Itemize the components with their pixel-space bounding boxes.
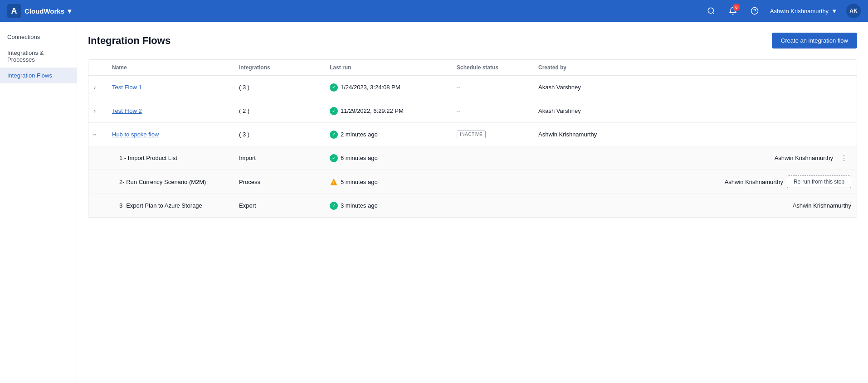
- created-by-cell: Akash Varshney: [533, 102, 857, 120]
- schedule-status-cell: --: [451, 102, 533, 120]
- sidebar-item-integrations-processes[interactable]: Integrations & Processes: [0, 45, 77, 68]
- col-expand: [88, 64, 107, 71]
- col-name: Name: [107, 64, 234, 71]
- created-by-cell: Ashwin Krishnamurthy ⋮: [533, 146, 857, 170]
- last-run-value: 11/29/2022, 6:29:22 PM: [341, 107, 404, 114]
- expand-cell[interactable]: ›: [88, 126, 107, 143]
- table-row: › Hub to spoke flow ( 3 ) ✓ 2 minutes ag…: [88, 123, 857, 146]
- more-options-button[interactable]: ⋮: [837, 152, 851, 164]
- navbar-actions: 6 Ashwin Krishnamurthy ▼ AK: [705, 4, 861, 18]
- expand-icon[interactable]: ›: [94, 108, 96, 114]
- expand-cell: [88, 176, 107, 187]
- table-row: 1 - Import Product List Import ✓ 6 minut…: [88, 146, 857, 170]
- status-success-icon: ✓: [330, 83, 338, 92]
- last-run-cell: ✓ 3 minutes ago: [324, 196, 451, 215]
- col-created-by: Created by: [533, 64, 857, 71]
- created-by-cell: Ashwin Krishnamurthy: [533, 197, 857, 214]
- inactive-badge: INACTIVE: [457, 131, 486, 138]
- brand-name[interactable]: CloudWorks ▼: [24, 7, 73, 15]
- collapse-icon[interactable]: ›: [92, 134, 98, 136]
- last-run-value: 6 minutes ago: [341, 155, 378, 161]
- page-header: Integration Flows Create an integration …: [88, 33, 857, 48]
- name-cell: Test Flow 2: [107, 102, 234, 120]
- schedule-status-cell: [451, 153, 533, 164]
- integrations-cell: Import: [234, 149, 324, 167]
- last-run-cell: ✓ 6 minutes ago: [324, 149, 451, 168]
- user-name: Ashwin Krishnamurthy: [770, 8, 829, 15]
- last-run-cell: ✓ 11/29/2022, 6:29:22 PM: [324, 102, 451, 121]
- expand-cell[interactable]: ›: [88, 79, 107, 96]
- user-dropdown-icon: ▼: [831, 8, 837, 15]
- created-by-cell: Ashwin Krishnamurthy: [533, 126, 857, 143]
- app-logo: A: [7, 4, 21, 18]
- created-by-cell: Akash Varshney: [533, 78, 857, 96]
- integrations-cell: ( 2 ): [234, 102, 324, 120]
- brand-label: CloudWorks: [24, 7, 64, 15]
- integrations-cell: ( 3 ): [234, 78, 324, 96]
- status-success-icon: ✓: [330, 154, 338, 162]
- svg-line-1: [712, 12, 714, 14]
- last-run-value: 1/24/2023, 3:24:08 PM: [341, 84, 400, 91]
- name-cell: Hub to spoke flow: [107, 126, 234, 143]
- create-integration-flow-button[interactable]: Create an integration flow: [772, 33, 857, 48]
- integration-flows-table: Name Integrations Last run Schedule stat…: [88, 59, 857, 218]
- schedule-status-cell: --: [451, 78, 533, 96]
- name-cell: 1 - Import Product List: [107, 149, 234, 167]
- col-schedule-status: Schedule status: [451, 64, 533, 71]
- col-last-run: Last run: [324, 64, 451, 71]
- svg-text:!: !: [333, 181, 335, 185]
- app-layout: Connections Integrations & Processes Int…: [0, 22, 868, 383]
- status-success-icon: ✓: [330, 202, 338, 210]
- last-run-cell: ✓ 2 minutes ago: [324, 125, 451, 144]
- sidebar: Connections Integrations & Processes Int…: [0, 22, 77, 383]
- last-run-value: 3 minutes ago: [341, 202, 378, 209]
- name-cell: 2- Run Currency Scenario (M2M): [107, 173, 234, 191]
- schedule-status-cell: INACTIVE: [451, 125, 533, 144]
- last-run-value: 2 minutes ago: [341, 131, 378, 138]
- sidebar-item-integration-flows[interactable]: Integration Flows: [0, 68, 77, 83]
- main-content: Integration Flows Create an integration …: [77, 22, 868, 383]
- navbar: A CloudWorks ▼ 6 Ashwin Krishnamurthy ▼ …: [0, 0, 868, 22]
- last-run-value: 5 minutes ago: [341, 179, 378, 185]
- search-icon[interactable]: [705, 5, 717, 17]
- table-row: › Test Flow 2 ( 2 ) ✓ 11/29/2022, 6:29:2…: [88, 99, 857, 123]
- flow-name-link[interactable]: Test Flow 2: [112, 107, 142, 114]
- notifications-icon[interactable]: 6: [727, 5, 739, 17]
- last-run-cell: ! 5 minutes ago: [324, 172, 451, 191]
- svg-point-0: [708, 8, 713, 13]
- user-avatar[interactable]: AK: [846, 4, 861, 18]
- table-row: 3- Export Plan to Azure Storage Export ✓…: [88, 194, 857, 218]
- integrations-cell: ( 3 ): [234, 126, 324, 143]
- flow-name-link[interactable]: Test Flow 1: [112, 84, 142, 91]
- schedule-status-cell: [451, 200, 533, 211]
- schedule-status-cell: [451, 176, 533, 187]
- sidebar-item-connections[interactable]: Connections: [0, 29, 77, 45]
- expand-cell: [88, 153, 107, 164]
- created-by-cell: Ashwin Krishnamurthy Re-run from this st…: [533, 170, 857, 194]
- user-menu[interactable]: Ashwin Krishnamurthy ▼: [770, 8, 837, 15]
- col-integrations: Integrations: [234, 64, 324, 71]
- integrations-cell: Export: [234, 197, 324, 214]
- table-header: Name Integrations Last run Schedule stat…: [88, 60, 857, 76]
- page-title: Integration Flows: [88, 35, 171, 47]
- expand-icon[interactable]: ›: [94, 84, 96, 91]
- brand-dropdown-icon: ▼: [66, 7, 73, 15]
- name-cell: Test Flow 1: [107, 78, 234, 96]
- table-row: › Test Flow 1 ( 3 ) ✓ 1/24/2023, 3:24:08…: [88, 76, 857, 99]
- flow-name-link[interactable]: Hub to spoke flow: [112, 131, 159, 138]
- status-warning-icon: !: [330, 178, 338, 186]
- name-cell: 3- Export Plan to Azure Storage: [107, 197, 234, 214]
- status-success-icon: ✓: [330, 107, 338, 115]
- integrations-cell: Process: [234, 173, 324, 191]
- expand-cell[interactable]: ›: [88, 102, 107, 120]
- rerun-from-step-button[interactable]: Re-run from this step: [787, 175, 851, 188]
- help-icon[interactable]: [748, 5, 761, 17]
- status-success-icon: ✓: [330, 131, 338, 139]
- table-row: 2- Run Currency Scenario (M2M) Process !…: [88, 170, 857, 194]
- expand-cell: [88, 200, 107, 211]
- notification-badge: 6: [733, 4, 740, 11]
- last-run-cell: ✓ 1/24/2023, 3:24:08 PM: [324, 78, 451, 97]
